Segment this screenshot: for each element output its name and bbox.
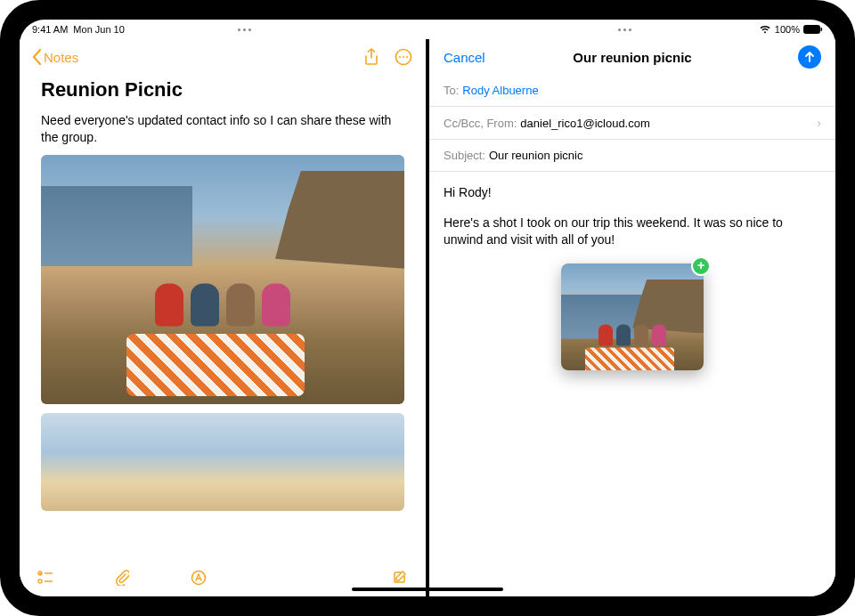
more-button[interactable] xyxy=(394,47,413,67)
notes-back-button[interactable]: Notes xyxy=(32,49,78,65)
battery-icon xyxy=(803,25,823,34)
battery-pct: 100% xyxy=(775,24,800,35)
wifi-icon xyxy=(759,25,771,34)
svg-point-8 xyxy=(38,580,42,583)
ccbcc-label: Cc/Bcc, From: xyxy=(444,117,517,130)
status-date: Mon Jun 10 xyxy=(73,24,124,35)
note-title: Reunion Picnic xyxy=(41,78,404,101)
notes-back-label: Notes xyxy=(44,50,78,65)
note-photo-1[interactable] xyxy=(41,155,404,404)
mail-nav-bar: Cancel Our reunion picnic xyxy=(429,39,835,75)
checklist-button[interactable] xyxy=(36,568,55,588)
notes-app-pane: Notes Reunion Picnic Need everyone's upd… xyxy=(20,39,426,596)
chevron-left-icon xyxy=(32,49,42,65)
to-label: To: xyxy=(444,84,459,97)
compose-note-button[interactable] xyxy=(390,568,410,588)
mail-greeting: Hi Rody! xyxy=(444,184,821,202)
notes-nav-bar: Notes xyxy=(20,39,426,75)
expand-from-icon[interactable]: › xyxy=(817,116,821,130)
svg-point-4 xyxy=(403,56,404,58)
drop-add-badge-icon: + xyxy=(691,256,711,276)
ccbcc-from-field[interactable]: Cc/Bcc, From: daniel_rico1@icloud.com › xyxy=(429,107,835,140)
mail-compose-title: Our reunion picnic xyxy=(573,50,691,65)
multitask-dots-right[interactable] xyxy=(618,28,631,31)
to-field[interactable]: To: Rody Albuerne xyxy=(429,75,835,107)
note-content[interactable]: Reunion Picnic Need everyone's updated c… xyxy=(20,75,426,559)
multitask-dots-left[interactable] xyxy=(238,28,251,31)
home-indicator[interactable] xyxy=(352,588,503,591)
status-time: 9:41 AM xyxy=(32,24,68,35)
svg-rect-0 xyxy=(804,26,820,34)
status-bar: 9:41 AM Mon Jun 10 100% xyxy=(20,20,835,39)
svg-point-3 xyxy=(399,56,401,58)
markup-button[interactable] xyxy=(189,568,208,588)
split-view: Notes Reunion Picnic Need everyone's upd… xyxy=(20,39,835,596)
mail-body-editor[interactable]: Hi Rody! Here's a shot I took on our tri… xyxy=(429,172,835,383)
subject-value: Our reunion picnic xyxy=(489,149,583,162)
send-button[interactable] xyxy=(798,45,821,69)
note-photo-2[interactable] xyxy=(41,413,404,511)
subject-label: Subject: xyxy=(444,149,485,162)
mail-body-text: Here's a shot I took on our trip this we… xyxy=(444,215,821,249)
mail-compose-pane: Cancel Our reunion picnic To: Rody Albue… xyxy=(429,39,835,596)
svg-point-5 xyxy=(406,56,408,58)
attachment-button[interactable] xyxy=(112,568,132,588)
note-text: Need everyone's updated contact info so … xyxy=(41,112,404,146)
from-value: daniel_rico1@icloud.com xyxy=(520,117,649,130)
cancel-button[interactable]: Cancel xyxy=(444,50,485,65)
screen: 9:41 AM Mon Jun 10 100% xyxy=(20,20,835,596)
share-button[interactable] xyxy=(362,47,381,67)
dragged-photo-preview[interactable]: + xyxy=(561,263,704,370)
to-recipient[interactable]: Rody Albuerne xyxy=(462,84,538,97)
svg-rect-1 xyxy=(821,28,823,31)
ipad-frame: 9:41 AM Mon Jun 10 100% xyxy=(0,0,855,616)
subject-field[interactable]: Subject: Our reunion picnic xyxy=(429,140,835,172)
